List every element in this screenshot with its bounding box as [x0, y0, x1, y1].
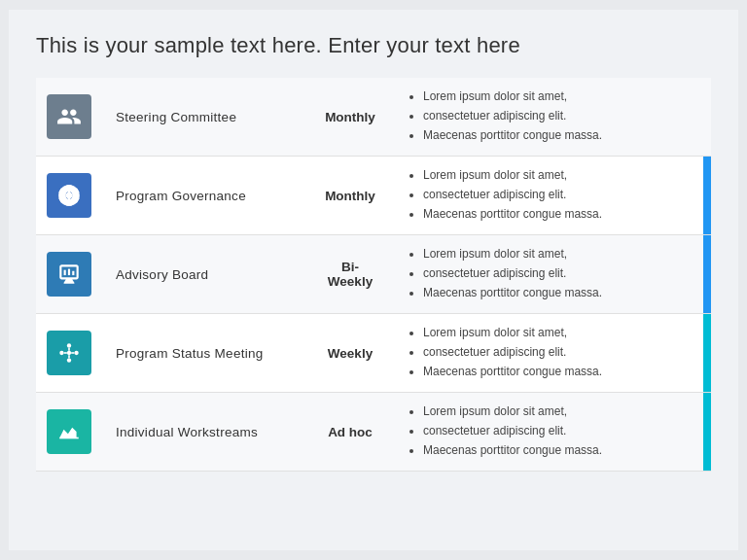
col-freq-steering-committee: Monthly — [306, 78, 394, 156]
svg-point-4 — [67, 351, 71, 355]
bullet-item: Maecenas porttitor congue massa. — [423, 205, 602, 223]
col-freq-advisory-board: Bi- Weekly — [306, 235, 394, 313]
col-name-program-governance: Program Governance — [102, 157, 306, 234]
col-name-steering-committee: Steering Committee — [102, 78, 306, 156]
col-freq-individual-workstreams: Ad hoc — [306, 393, 394, 471]
col-desc-individual-workstreams: Lorem ipsum dolor sit amet,consectetuer … — [394, 393, 703, 471]
col-icon-steering-committee — [36, 78, 102, 156]
col-accent-bar-advisory-board — [703, 235, 711, 313]
slide-title: This is your sample text here. Enter you… — [36, 33, 711, 58]
table-row-program-status-meeting: Program Status Meeting Weekly Lorem ipsu… — [36, 314, 711, 393]
col-desc-steering-committee: Lorem ipsum dolor sit amet,consectetuer … — [394, 78, 703, 156]
bullet-item: Maecenas porttitor congue massa. — [423, 363, 602, 380]
table-container: Steering Committee Monthly Lorem ipsum d… — [36, 78, 711, 531]
bullet-item: consectetuer adipiscing elit. — [423, 264, 602, 282]
network-icon — [47, 331, 91, 375]
col-accent-bar-program-status-meeting — [703, 314, 711, 392]
col-icon-individual-workstreams — [36, 393, 102, 471]
bullet-item: consectetuer adipiscing elit. — [423, 422, 602, 439]
svg-rect-3 — [72, 271, 74, 275]
bullet-item: Maecenas porttitor congue massa. — [423, 441, 602, 459]
col-desc-advisory-board: Lorem ipsum dolor sit amet,consectetuer … — [394, 235, 703, 313]
bullet-item: Lorem ipsum dolor sit amet, — [423, 166, 602, 184]
bullet-item: consectetuer adipiscing elit. — [423, 186, 602, 203]
col-accent-bar-steering-committee — [703, 78, 711, 156]
bullet-item: consectetuer adipiscing elit. — [423, 107, 602, 124]
table-row-advisory-board: Advisory Board Bi- Weekly Lorem ipsum do… — [36, 235, 711, 314]
col-freq-program-status-meeting: Weekly — [306, 314, 394, 392]
bullet-item: Lorem ipsum dolor sit amet, — [423, 324, 602, 341]
svg-point-6 — [74, 351, 78, 355]
svg-point-5 — [59, 351, 63, 355]
svg-rect-1 — [64, 270, 66, 275]
slide: This is your sample text here. Enter you… — [9, 10, 738, 550]
gear-head-icon — [47, 173, 91, 218]
bullet-item: Maecenas porttitor congue massa. — [423, 284, 602, 301]
svg-rect-2 — [68, 269, 70, 276]
col-name-individual-workstreams: Individual Workstreams — [102, 393, 306, 471]
svg-point-7 — [67, 343, 71, 347]
bullet-item: Lorem ipsum dolor sit amet, — [423, 88, 602, 105]
col-name-program-status-meeting: Program Status Meeting — [102, 314, 306, 392]
table-row-program-governance: Program Governance Monthly Lorem ipsum d… — [36, 157, 711, 235]
col-accent-bar-program-governance — [703, 157, 711, 234]
svg-point-8 — [67, 358, 71, 362]
col-icon-program-status-meeting — [36, 314, 102, 392]
bullet-item: Maecenas porttitor congue massa. — [423, 126, 602, 144]
svg-point-0 — [66, 192, 73, 199]
table-row-steering-committee: Steering Committee Monthly Lorem ipsum d… — [36, 78, 711, 157]
chart-icon — [47, 409, 91, 454]
table-row-individual-workstreams: Individual Workstreams Ad hoc Lorem ipsu… — [36, 393, 711, 472]
bullet-item: Lorem ipsum dolor sit amet, — [423, 402, 602, 420]
col-icon-advisory-board — [36, 235, 102, 313]
col-desc-program-status-meeting: Lorem ipsum dolor sit amet,consectetuer … — [394, 314, 703, 392]
bullet-item: consectetuer adipiscing elit. — [423, 343, 602, 361]
bullet-item: Lorem ipsum dolor sit amet, — [423, 245, 602, 262]
col-freq-program-governance: Monthly — [306, 157, 394, 234]
col-accent-bar-individual-workstreams — [703, 393, 711, 471]
col-icon-program-governance — [36, 157, 102, 234]
col-name-advisory-board: Advisory Board — [102, 235, 306, 313]
people-icon — [47, 94, 91, 139]
col-desc-program-governance: Lorem ipsum dolor sit amet,consectetuer … — [394, 157, 703, 234]
presentation-icon — [47, 252, 91, 297]
